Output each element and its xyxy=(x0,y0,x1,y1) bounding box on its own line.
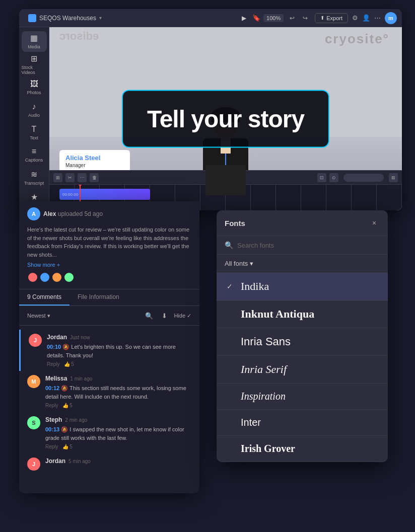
fonts-filter-dropdown[interactable]: All fonts ▾ xyxy=(225,260,380,267)
list-item[interactable]: Inknut Antiqua xyxy=(217,300,388,328)
table-row: S Steph 2 min ago 00:13 🔕 I swapped the … xyxy=(19,412,199,453)
like-button[interactable]: 👍 5 xyxy=(62,444,73,449)
timeline-icon-1[interactable]: ⊞ xyxy=(53,173,62,182)
text-label: Text xyxy=(30,135,38,140)
list-item[interactable]: ✓ Indika xyxy=(217,273,388,300)
table-row: J Jordan Just now 00:10 🔕 Let's brighten… xyxy=(19,330,199,371)
fonts-close-button[interactable]: × xyxy=(369,217,380,229)
font-name: Indika xyxy=(241,280,269,293)
like-button[interactable]: 👍 5 xyxy=(62,403,73,408)
comments-toolbar: Newest ▾ 🔍 ⬇ Hide ✓ xyxy=(19,306,199,326)
comment-timestamp[interactable]: 00:10 xyxy=(47,344,61,350)
list-item[interactable]: Irish Grover xyxy=(217,436,388,462)
sidebar-item-captions[interactable]: ≡ Captions xyxy=(22,144,47,165)
timeline-fit-icon[interactable]: ⊡ xyxy=(317,173,326,182)
commenter-avatar-3 xyxy=(51,272,62,283)
font-name: Inria Sans xyxy=(241,335,291,348)
comment-text: 00:13 🔕 I swapped the new shot in, let m… xyxy=(45,425,191,442)
audio-label: Audio xyxy=(28,113,40,118)
font-name: Inknut Antiqua xyxy=(241,308,314,321)
fonts-search-input[interactable] xyxy=(237,242,380,249)
like-button[interactable]: 👍 5 xyxy=(64,361,74,367)
comment-preview-text: Here's the latest cut for review – we're… xyxy=(27,225,191,259)
fonts-panel: Fonts × 🔍 All fonts ▾ ✓ Indika Inknut An… xyxy=(217,210,388,462)
bookmark-icon[interactable]: 🔖 xyxy=(252,14,260,22)
playhead-handle xyxy=(77,185,83,187)
export-button[interactable]: ⬆ Export xyxy=(315,13,348,23)
newest-filter[interactable]: Newest ▾ xyxy=(27,313,50,319)
stock-videos-label: Stock Videos xyxy=(22,65,47,75)
zoom-level[interactable]: 100% xyxy=(263,14,284,22)
download-button[interactable]: ⬇ xyxy=(159,310,170,321)
fonts-search: 🔍 xyxy=(217,236,388,255)
reply-button[interactable]: Reply xyxy=(45,444,58,449)
commenter-avatar-4 xyxy=(63,272,75,283)
hide-check-icon: ✓ xyxy=(187,313,191,319)
sidebar-item-audio[interactable]: ♪ Audio xyxy=(22,100,47,120)
timeline-icon-4[interactable]: 🗑 xyxy=(90,173,99,182)
comment-text: 00:12 🔕 This section still needs some wo… xyxy=(45,384,191,401)
list-item[interactable]: Inter xyxy=(217,410,388,436)
sidebar-item-photos[interactable]: 🖼 Photos xyxy=(22,77,47,98)
undo-button[interactable]: ↩ xyxy=(287,13,298,24)
stock-videos-icon: ⊞ xyxy=(31,54,37,63)
settings-icon[interactable]: ⚙ xyxy=(352,14,358,22)
redo-button[interactable]: ↪ xyxy=(300,13,311,24)
hide-button[interactable]: Hide ✓ xyxy=(174,313,191,319)
reply-button[interactable]: Reply xyxy=(47,361,60,367)
comments-list: J Jordan Just now 00:10 🔕 Let's brighten… xyxy=(19,326,199,493)
comment-meta: Melissa 1 min ago xyxy=(45,375,191,382)
top-bar-left: SEQOS Warehouses ▾ xyxy=(24,14,234,22)
hide-label: Hide xyxy=(174,313,185,319)
tab-comments[interactable]: 9 Comments xyxy=(19,289,70,306)
comment-timestamp[interactable]: 00:12 xyxy=(45,385,59,391)
video-preview: cryosite° edisorc xyxy=(49,27,402,210)
font-name: Inspiration xyxy=(241,391,286,402)
reply-button[interactable]: Reply xyxy=(45,403,58,408)
timeline-clock-icon[interactable]: ⊙ xyxy=(329,173,338,182)
comments-panel: A Alex uploaded 5d ago Here's the latest… xyxy=(19,201,199,493)
text-icon: T xyxy=(32,125,37,134)
show-more-button[interactable]: Show more + xyxy=(27,262,191,268)
newest-chevron: ▾ xyxy=(47,313,50,319)
timeline-grid-icon[interactable]: ⊞ xyxy=(389,173,398,182)
table-row: J Jordan 5 min ago xyxy=(19,453,199,475)
sidebar-item-text[interactable]: T Text xyxy=(22,122,47,143)
fonts-header: Fonts × xyxy=(217,210,388,236)
play-button[interactable]: ▶ xyxy=(238,13,249,24)
project-dropdown-icon[interactable]: ▾ xyxy=(99,15,102,21)
comment-author: Jordan xyxy=(47,334,67,341)
comment-timestamp[interactable]: 00:13 xyxy=(45,426,59,432)
comment-body: Jordan Just now 00:10 🔕 Let's brighten t… xyxy=(47,334,191,367)
list-item[interactable]: Inria Serif xyxy=(217,356,388,384)
tab-file-info[interactable]: File Information xyxy=(70,289,127,306)
comment-body: Melissa 1 min ago 00:12 🔕 This section s… xyxy=(45,375,191,408)
export-icon: ⬆ xyxy=(320,15,324,21)
captions-label: Captions xyxy=(25,158,43,163)
table-row: M Melissa 1 min ago 00:12 🔕 This section… xyxy=(19,371,199,412)
timeline-icon-2[interactable]: ✂ xyxy=(65,173,75,182)
top-bar-center: ▶ 🔖 100% ↩ ↪ xyxy=(238,13,311,24)
commenter-avatars xyxy=(27,272,191,283)
list-item[interactable]: Inria Sans xyxy=(217,328,388,356)
sidebar-item-stock-videos[interactable]: ⊞ Stock Videos xyxy=(22,54,47,75)
comment-icon: 🔕 xyxy=(61,385,70,391)
list-item[interactable]: Inspiration xyxy=(217,384,388,410)
share-icon[interactable]: 👤 xyxy=(362,14,370,22)
undo-redo-group: ↩ ↪ xyxy=(287,13,311,24)
fonts-title: Fonts xyxy=(225,219,245,227)
comment-body: Jordan 5 min ago xyxy=(45,458,191,471)
font-name: Inter xyxy=(241,417,261,428)
editor-window: SEQOS Warehouses ▾ ▶ 🔖 100% ↩ ↪ ⬆ Export… xyxy=(19,9,402,210)
track-clip-video[interactable]: 00:00:00 xyxy=(59,189,150,200)
user-avatar[interactable]: m xyxy=(385,12,397,24)
search-comments-button[interactable]: 🔍 xyxy=(144,310,155,321)
sidebar-item-media[interactable]: ▦ Media xyxy=(22,31,47,52)
comment-body: Steph 2 min ago 00:13 🔕 I swapped the ne… xyxy=(45,416,191,449)
timeline-icon-3[interactable]: ⋯ xyxy=(78,173,87,182)
comment-icon: 🔕 xyxy=(62,344,71,350)
more-icon[interactable]: ⋯ xyxy=(374,14,381,22)
uploader-info: A Alex uploaded 5d ago xyxy=(27,207,191,220)
timeline-slider[interactable] xyxy=(343,174,384,182)
sidebar-item-transcript[interactable]: ≋ Transcript xyxy=(22,167,47,188)
